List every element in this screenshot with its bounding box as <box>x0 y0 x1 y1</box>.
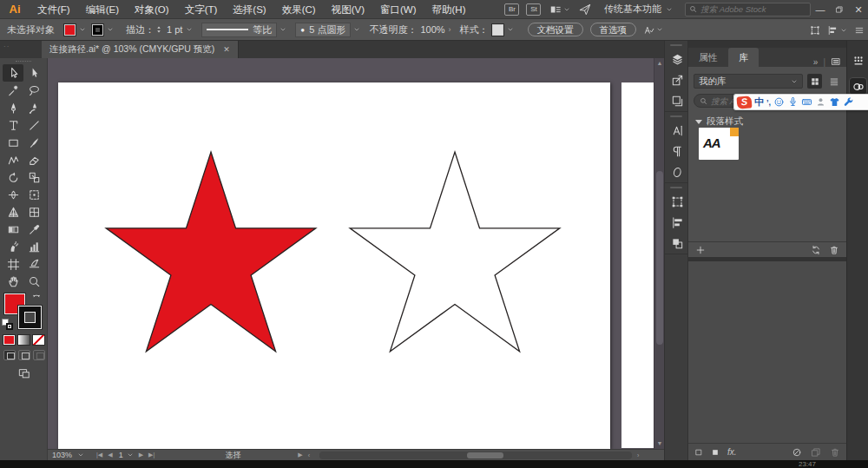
swap-fill-stroke-icon[interactable] <box>31 291 42 301</box>
tool-paintbrush[interactable] <box>23 134 44 151</box>
tool-graph[interactable] <box>23 238 44 255</box>
stock-button[interactable]: St <box>526 3 541 16</box>
tool-slice[interactable] <box>23 255 44 273</box>
scroll-left-icon[interactable]: ‹ <box>308 452 310 458</box>
tab-properties[interactable]: 属性 <box>688 48 728 67</box>
ime-mode-chinese[interactable]: 中 <box>754 96 764 109</box>
tool-free-transform[interactable] <box>23 186 44 203</box>
tool-scale[interactable] <box>23 168 44 186</box>
tool-width[interactable] <box>3 186 23 203</box>
more-options-icon[interactable] <box>643 24 654 36</box>
panel-button-pathfinder[interactable] <box>665 233 689 254</box>
tool-mesh[interactable] <box>23 203 44 221</box>
chevron-down-icon[interactable] <box>186 26 193 33</box>
tool-direct-selection[interactable] <box>23 64 44 82</box>
touch-workspace-icon[interactable] <box>810 25 820 36</box>
panel-button-paragraph[interactable] <box>665 141 689 161</box>
zoom-level[interactable]: 103% <box>52 451 72 459</box>
tool-pen[interactable] <box>3 99 23 116</box>
panel-button-character[interactable] <box>665 120 689 141</box>
none-button[interactable] <box>32 334 45 346</box>
stroke-weight-value[interactable]: 1 pt <box>167 24 182 35</box>
tool-zoom[interactable] <box>23 273 44 290</box>
vertical-scrollbar[interactable]: ▲ ▼ <box>654 58 664 449</box>
menu-文件[interactable]: 文件(F) <box>30 0 78 19</box>
tool-lasso[interactable] <box>23 82 44 99</box>
stock-search-input[interactable] <box>700 4 806 14</box>
stock-app-icon[interactable] <box>850 51 866 70</box>
menu-编辑[interactable]: 编辑(E) <box>78 0 127 19</box>
vertical-scroll-thumb[interactable] <box>656 171 663 345</box>
draw-behind-button[interactable] <box>18 350 30 360</box>
tool-rectangle[interactable] <box>3 134 23 151</box>
align-options-icon[interactable] <box>827 25 838 36</box>
sogou-logo[interactable]: S <box>737 96 753 109</box>
grid-view-button[interactable] <box>807 74 822 89</box>
preferences-button[interactable]: 首选项 <box>590 23 637 36</box>
creative-cloud-icon[interactable] <box>849 77 867 96</box>
tool-eraser[interactable] <box>23 151 44 168</box>
horizontal-scroll-thumb[interactable] <box>467 452 503 458</box>
tab-close-icon[interactable]: ✕ <box>223 45 230 54</box>
default-fill-stroke-icon[interactable] <box>2 319 13 330</box>
last-artboard-button[interactable]: ▶| <box>148 452 155 458</box>
next-artboard-button[interactable]: ▶ <box>139 452 143 458</box>
restore-button[interactable] <box>830 0 849 19</box>
panel-menu-icon[interactable] <box>831 56 841 67</box>
ime-microphone-icon[interactable] <box>787 96 799 108</box>
chevron-down-icon[interactable] <box>279 26 286 33</box>
ime-person-icon[interactable] <box>815 96 826 108</box>
fill-color-swatch[interactable] <box>63 23 76 36</box>
tab-libraries[interactable]: 库 <box>728 48 759 67</box>
menu-视图[interactable]: 视图(V) <box>324 0 372 19</box>
tool-symbol-sprayer[interactable] <box>3 238 23 255</box>
dock-group-grip[interactable] <box>670 44 682 46</box>
panel-button-transform[interactable] <box>665 191 689 212</box>
tool-curvature[interactable] <box>23 99 44 116</box>
chevron-down-icon[interactable] <box>353 26 360 33</box>
stock-search-box[interactable] <box>685 3 811 16</box>
menu-效果[interactable]: 效果(C) <box>274 0 324 19</box>
tool-hand[interactable] <box>3 273 23 290</box>
tool-type[interactable] <box>3 116 23 134</box>
status-expand-icon[interactable]: ▶ <box>298 452 302 458</box>
tool-gradient[interactable] <box>3 221 23 238</box>
fill-color-control[interactable] <box>63 23 86 36</box>
width-profile-select[interactable]: 等比 <box>201 23 277 37</box>
tool-artboard[interactable] <box>3 255 23 273</box>
collapse-panel-icon[interactable]: » <box>813 57 819 67</box>
paragraph-style-item[interactable]: AA <box>699 128 739 160</box>
dock-group-grip[interactable] <box>670 187 682 188</box>
scroll-right-icon[interactable]: › <box>637 452 639 458</box>
style-swatch[interactable] <box>491 23 504 36</box>
close-button[interactable]: ✕ <box>849 0 868 19</box>
sync-library-icon[interactable] <box>811 245 821 255</box>
menu-对象[interactable]: 对象(O) <box>127 0 177 19</box>
paragraph-styles-header[interactable]: 段落样式 <box>695 115 743 128</box>
stroke-weight-stepper[interactable] <box>155 25 163 34</box>
draw-normal-button[interactable] <box>3 350 16 360</box>
white-star[interactable] <box>350 152 560 352</box>
panel-button-layers[interactable] <box>665 49 689 69</box>
tool-selection[interactable] <box>3 64 23 82</box>
dock-group-grip[interactable] <box>670 115 682 117</box>
stroke-swatch[interactable] <box>18 306 42 329</box>
color-button[interactable] <box>3 334 16 346</box>
document-setup-button[interactable]: 文档设置 <box>528 23 583 36</box>
zoom-select-icon[interactable] <box>77 452 84 458</box>
scroll-up-icon[interactable]: ▲ <box>654 58 664 69</box>
tool-shaper[interactable] <box>3 151 23 168</box>
opacity-value[interactable]: 100% <box>420 24 444 35</box>
list-view-button[interactable] <box>826 74 841 89</box>
artboard-number[interactable]: 1 <box>119 451 123 459</box>
canvas-area[interactable]: ▲ ▼ <box>48 58 664 449</box>
tool-magic-wand[interactable] <box>3 82 23 99</box>
opacity-expand-arrow[interactable]: › <box>449 25 451 34</box>
brush-definition-select[interactable]: ● 5 点圆形 <box>295 23 351 37</box>
minimize-button[interactable]: — <box>811 0 830 19</box>
horizontal-scrollbar[interactable] <box>319 452 632 459</box>
ime-punctuation[interactable]: ’, <box>766 98 771 107</box>
artboard-select-icon[interactable] <box>127 452 134 458</box>
chevron-down-icon[interactable] <box>656 26 663 33</box>
gradient-button[interactable] <box>17 334 30 346</box>
